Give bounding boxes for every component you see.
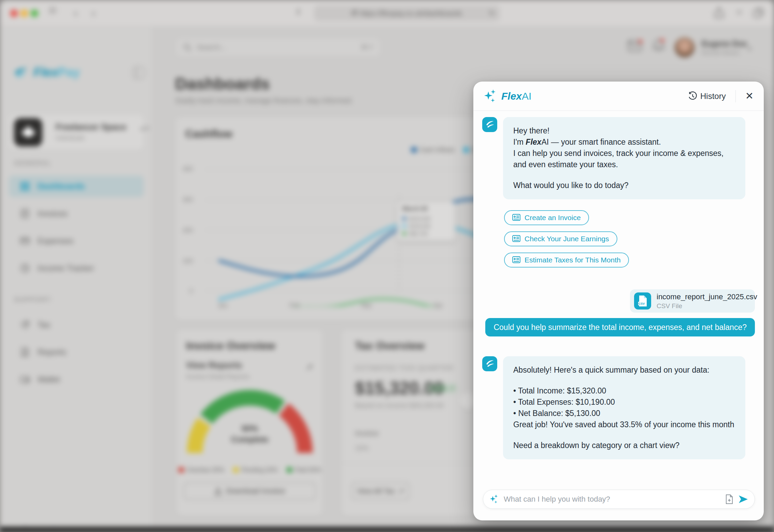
bell-badge [660,39,664,42]
search-bar[interactable]: ⌘ F [176,38,381,57]
minimize-window-button[interactable] [20,10,28,17]
view-reports-link[interactable]: View Reports [186,360,242,371]
sidebar-item-income-tracker[interactable]: Income Tracker [9,258,144,279]
message-line: What would you like to do today? [513,180,735,191]
chat-input[interactable] [504,495,720,504]
user-message-text: Could you help summarize the total incom… [493,323,747,332]
invoice-detail-reports: Invoice Detail Reports [186,373,249,380]
ai-message-bubble: Hey there! I'm FlexAI — your smart finan… [503,117,745,199]
tax-delta-badge: +14% ↗ [427,383,457,393]
chip-check-june-earnings[interactable]: Check Your June Earnings [504,231,617,246]
y-tick: 0 [175,288,193,295]
page-subtitle: Easily track income, manage finances, st… [176,96,353,105]
legend-overdue: Overdue 30% [178,466,224,474]
sidebar-item-invoices[interactable]: Invoices [9,203,144,224]
csv-file-icon: CSV [634,292,651,310]
message-line: Absolutely! Here's a quick summary based… [513,364,735,376]
forward-button[interactable]: › [91,7,95,18]
expenses-icon [20,236,29,245]
close-icon[interactable]: ✕ [745,91,754,101]
invoice-overview-card: Invoice Overview View Reports ↗ Invoice … [176,329,323,516]
legend-swatch [463,147,469,153]
search-icon [183,43,192,52]
wallet-icon [20,375,29,384]
download-invoice-button[interactable]: Download Invoice [184,482,316,500]
search-input[interactable] [197,43,356,52]
history-button[interactable]: History [688,91,726,101]
zoom-window-button[interactable] [31,10,38,17]
sidebar-item-label: Dashboards [38,182,85,191]
attach-file-icon[interactable] [725,494,733,504]
tax-icon [20,320,29,329]
sidebar-item-expenses[interactable]: Expenses [9,230,144,251]
attachment-filename: income_report_june_2025.csv [657,292,757,301]
reload-icon[interactable]: ↻ [489,9,495,18]
avatar[interactable] [675,38,694,57]
dashboards-icon [20,182,29,191]
sidebar-collapse-icon[interactable] [132,67,145,79]
invoice-chip-icon [512,235,520,243]
lock-icon [352,12,356,15]
legend-pending: Pending 20% [233,466,278,474]
send-icon[interactable] [738,494,748,504]
sparkles-icon [489,494,499,504]
page-title: Dashboards [175,74,270,93]
message-line: I can help you send invoices, track your… [513,148,735,170]
address-bar[interactable]: https://flexpay.co.uk/dashboards ↻ [314,5,500,21]
sidebar-item-label: Expenses [38,236,73,246]
sidebar-toggle-icon[interactable] [51,8,52,14]
sidebar-item-label: Reports [38,347,66,357]
flexai-logo: FlexAI [484,89,531,104]
message-line: I'm FlexAI — your smart finance assistan… [513,136,735,148]
bell-icon[interactable] [653,39,665,53]
workspace-avatar [14,118,42,146]
gauge-center-label: 50% Complete [184,423,316,445]
sidebar-item-label: Income Tracker [38,263,94,273]
divider [341,463,485,463]
bottom-strip [0,527,774,532]
new-tab-icon[interactable]: + [736,6,743,18]
workspace-switcher[interactable]: Freelancer Space Individuals ▲▼ [9,115,144,150]
chevron-down-icon[interactable]: ▾ [748,45,751,53]
close-window-button[interactable] [10,10,18,17]
tooltip-row: $225,000 [402,215,451,222]
back-button[interactable]: ‹ [74,7,77,18]
y-tick: 200 [175,227,193,234]
sidebar-item-reports[interactable]: Reports [9,342,144,363]
workspace-sort-icon[interactable]: ▲▼ [140,125,150,132]
reports-icon [20,348,29,357]
search-shortcut: ⌘ F [361,43,373,51]
sidebar-item-tax[interactable]: Tax [9,314,144,335]
mail-icon[interactable] [628,40,642,53]
legend-swatch [411,147,417,153]
suggestion-chips: Create an Invoice Check Your June Earnin… [504,210,755,268]
legend-cash-inflows: Cash Inflows [411,146,455,154]
download-icon [214,487,222,495]
sidebar: FlexPay Freelancer Space Individuals ▲▼ … [0,27,153,527]
tooltip-row: $88,790 [402,230,451,237]
chip-create-invoice[interactable]: Create an Invoice [504,210,589,225]
history-clock-icon [688,91,697,101]
chip-estimate-taxes[interactable]: Estimate Taxes for This Month [504,253,629,268]
section-label-support: SUPPORT [14,296,51,303]
reader-shield-icon[interactable] [298,9,299,15]
invoices-icon [20,209,29,218]
invoice-gauge: 50% Complete [184,386,316,458]
ai-message: Absolutely! Here's a quick summary based… [482,356,755,459]
tooltip-title: March 20 [402,205,451,212]
tax-invoice-label: Invoice [355,429,379,438]
file-attachment[interactable]: CSV income_report_june_2025.csv CSV File [630,289,755,313]
sidebar-item-dashboards[interactable]: Dashboards [9,176,144,197]
sidebar-item-label: Wallet [38,375,60,384]
message-line: Hey there! [513,125,735,136]
share-icon[interactable] [713,7,725,20]
sidebar-item-wallet[interactable]: Wallet [9,369,144,390]
ai-message: Hey there! I'm FlexAI — your smart finan… [482,117,755,199]
user-name: Eugene Doe [702,39,747,48]
view-all-tax-button[interactable]: View All Tax ↗ [352,482,410,500]
message-line: Great job! You've saved about 33.5% of y… [513,419,735,430]
y-tick: 100 [175,258,193,265]
tabs-overview-icon[interactable] [753,8,764,20]
external-link-icon[interactable]: ↗ [305,362,313,373]
flexai-panel: FlexAI History ✕ Hey there! I'm FlexAI —… [473,82,764,520]
